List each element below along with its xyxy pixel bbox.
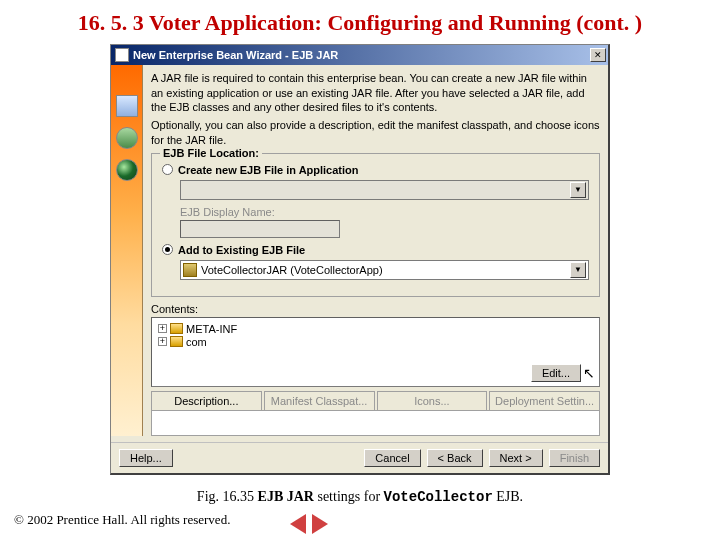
titlebar-icon [115, 48, 129, 62]
slide-nav [290, 514, 328, 534]
intro-paragraph-2: Optionally, you can also provide a descr… [151, 118, 600, 147]
flask-icon [116, 95, 138, 117]
wizard-button-row: Help... Cancel < Back Next > Finish [111, 442, 608, 473]
application-combo-disabled: ▼ [180, 180, 589, 200]
wizard-sidebar [111, 65, 143, 435]
expander-icon[interactable]: + [158, 337, 167, 346]
tree-label: META-INF [186, 323, 237, 335]
slide-title: 16. 5. 3 Voter Application: Configuring … [40, 10, 680, 36]
folder-icon [170, 336, 183, 347]
figure-caption: Fig. 16.35 EJB JAR settings for VoteColl… [0, 489, 720, 505]
dialog-window: New Enterprise Bean Wizard - EJB JAR ✕ A… [110, 44, 610, 474]
tabstrip: Description... Manifest Classpat... Icon… [151, 391, 600, 411]
tab-manifest[interactable]: Manifest Classpat... [264, 391, 375, 411]
titlebar: New Enterprise Bean Wizard - EJB JAR ✕ [111, 45, 608, 65]
jar-icon [183, 263, 197, 277]
globe-icon [116, 159, 138, 181]
help-button[interactable]: Help... [119, 449, 173, 467]
cursor-icon: ↖ [583, 368, 595, 378]
next-slide-button[interactable] [312, 514, 328, 534]
bean-icon [116, 127, 138, 149]
next-button[interactable]: Next > [489, 449, 543, 467]
radio-icon-selected [162, 244, 173, 255]
intro-paragraph-1: A JAR file is required to contain this e… [151, 71, 600, 114]
tab-description[interactable]: Description... [151, 391, 262, 411]
radio-create-label: Create new EJB File in Application [178, 164, 359, 176]
edit-button[interactable]: Edit... [531, 364, 581, 382]
expander-icon[interactable]: + [158, 324, 167, 333]
close-button[interactable]: ✕ [590, 48, 606, 62]
radio-existing-label: Add to Existing EJB File [178, 244, 305, 256]
tree-item-metainf: + META-INF [158, 323, 593, 335]
chevron-down-icon[interactable]: ▼ [570, 262, 586, 278]
contents-label: Contents: [151, 303, 600, 315]
tree-label: com [186, 336, 207, 348]
ejb-display-name-field [180, 220, 340, 238]
tree-item-com: + com [158, 336, 593, 348]
copyright-text: © 2002 Prentice Hall. All rights reserve… [14, 512, 230, 528]
prev-slide-button[interactable] [290, 514, 306, 534]
ejb-file-location-group: EJB File Location: Create new EJB File i… [151, 153, 600, 297]
existing-ejb-combo[interactable]: VoteCollectorJAR (VoteCollectorApp) ▼ [180, 260, 589, 280]
radio-icon [162, 164, 173, 175]
folder-icon [170, 323, 183, 334]
contents-tree[interactable]: + META-INF + com Edit... ↖ [151, 317, 600, 387]
cancel-button[interactable]: Cancel [364, 449, 420, 467]
radio-add-existing[interactable]: Add to Existing EJB File [162, 244, 589, 256]
back-button[interactable]: < Back [427, 449, 483, 467]
description-textarea[interactable] [151, 410, 600, 436]
radio-create-new[interactable]: Create new EJB File in Application [162, 164, 589, 176]
tab-icons[interactable]: Icons... [377, 391, 488, 411]
titlebar-text: New Enterprise Bean Wizard - EJB JAR [133, 49, 338, 61]
existing-ejb-value: VoteCollectorJAR (VoteCollectorApp) [201, 264, 566, 276]
tab-deployment[interactable]: Deployment Settin... [489, 391, 600, 411]
finish-button: Finish [549, 449, 600, 467]
chevron-down-icon: ▼ [570, 182, 586, 198]
group-legend: EJB File Location: [160, 147, 262, 159]
ejb-display-name-label: EJB Display Name: [180, 206, 589, 218]
